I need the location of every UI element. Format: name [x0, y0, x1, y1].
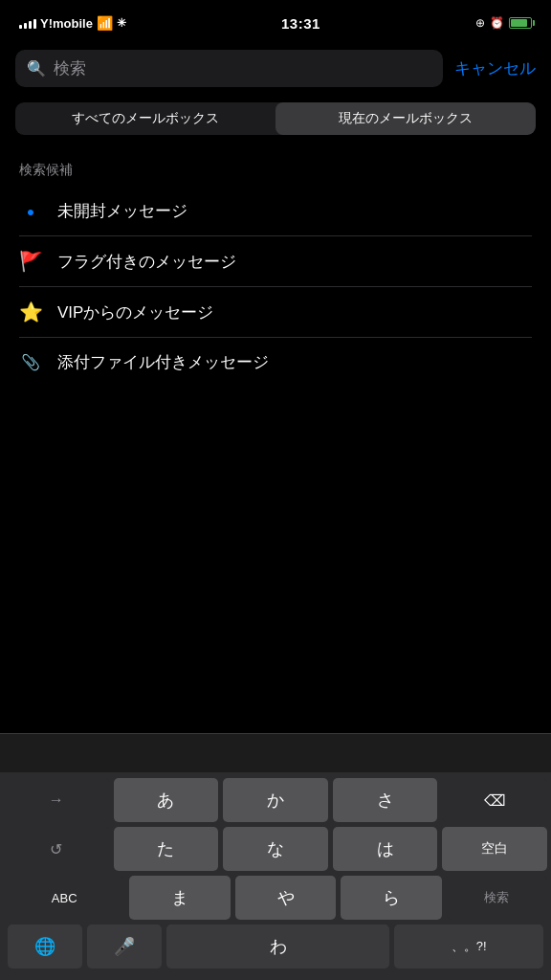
bar3: [29, 21, 32, 29]
keyboard-row-3: ABC ま や ら 検索: [4, 876, 547, 920]
keyboard-rows: → あ か さ ⌫ ↺ た な は 空白 ABC ま や ら 検索 🌐 🎤 わ …: [0, 772, 551, 980]
carrier-label: Y!mobile: [40, 16, 93, 31]
signal-bars: [19, 17, 36, 29]
suggestion-unread[interactable]: ● 未開封メッセージ: [19, 187, 532, 236]
key-ma[interactable]: ま: [129, 876, 230, 920]
bar4: [33, 19, 36, 29]
key-sa[interactable]: さ: [333, 778, 438, 822]
attachment-label: 添付ファイル付きメッセージ: [57, 351, 269, 373]
search-key[interactable]: 検索: [447, 876, 547, 920]
key-a[interactable]: あ: [114, 778, 219, 822]
vip-icon: ⭐: [19, 301, 42, 323]
search-bar-container: 🔍 検索 キャンセル: [0, 42, 551, 95]
battery-icon: [509, 17, 532, 29]
all-mailboxes-button[interactable]: すべてのメールボックス: [15, 102, 276, 135]
keyboard-gap: [0, 734, 551, 772]
bar2: [24, 23, 27, 29]
suggestions-title: 検索候補: [19, 162, 532, 179]
delete-key[interactable]: ⌫: [442, 778, 547, 822]
unread-icon: ●: [19, 204, 42, 219]
key-na[interactable]: な: [223, 827, 328, 871]
suggestion-flagged[interactable]: 🚩 フラグ付きのメッセージ: [19, 236, 532, 287]
arrow-key[interactable]: →: [4, 778, 109, 822]
search-icon: 🔍: [27, 59, 46, 78]
status-time: 13:31: [281, 15, 320, 32]
vip-label: VIPからのメッセージ: [57, 301, 213, 323]
keyboard-wrapper: → あ か さ ⌫ ↺ た な は 空白 ABC ま や ら 検索 🌐 🎤 わ …: [0, 733, 551, 980]
battery-fill: [511, 19, 527, 27]
location-icon: ✳: [117, 16, 126, 30]
suggestion-vip[interactable]: ⭐ VIPからのメッセージ: [19, 287, 532, 338]
status-left: Y!mobile 📶 ✳: [19, 15, 126, 31]
key-ra[interactable]: ら: [341, 876, 441, 920]
globe-key[interactable]: 🌐: [8, 924, 82, 969]
key-ya[interactable]: や: [235, 876, 336, 920]
punctuation-key[interactable]: 、。?!: [394, 924, 543, 969]
flagged-label: フラグ付きのメッセージ: [57, 251, 236, 273]
search-input-wrapper[interactable]: 🔍 検索: [15, 50, 443, 87]
unread-label: 未開封メッセージ: [57, 200, 187, 222]
bar1: [19, 25, 22, 29]
mailbox-toggle: すべてのメールボックス 現在のメールボックス: [15, 102, 536, 135]
suggestion-attachment[interactable]: 📎 添付ファイル付きメッセージ: [19, 338, 532, 387]
keyboard-bottom-row: 🌐 🎤 わ 、。?!: [4, 924, 547, 976]
search-placeholder: 検索: [54, 57, 86, 79]
alarm-icon: ⏰: [490, 16, 504, 30]
suggestions-section: 検索候補 ● 未開封メッセージ 🚩 フラグ付きのメッセージ ⭐ VIPからのメッ…: [0, 150, 551, 392]
status-bar: Y!mobile 📶 ✳ 13:31 ⊕ ⏰: [0, 0, 551, 42]
keyboard-row-2: ↺ た な は 空白: [4, 827, 547, 871]
abc-key[interactable]: ABC: [4, 876, 124, 920]
mic-key[interactable]: 🎤: [87, 924, 162, 969]
key-ka[interactable]: か: [223, 778, 328, 822]
undo-key[interactable]: ↺: [4, 827, 109, 871]
keyboard-row-1: → あ か さ ⌫: [4, 778, 547, 822]
key-wa[interactable]: わ: [166, 924, 390, 969]
wifi-icon: 📶: [97, 15, 113, 31]
key-ta[interactable]: た: [114, 827, 219, 871]
key-ha[interactable]: は: [333, 827, 438, 871]
current-mailbox-button[interactable]: 現在のメールボックス: [276, 102, 536, 135]
attachment-icon: 📎: [19, 353, 42, 371]
flagged-icon: 🚩: [19, 250, 42, 273]
space-key[interactable]: 空白: [442, 827, 547, 871]
cancel-button[interactable]: キャンセル: [454, 57, 536, 79]
gps-icon: ⊕: [475, 16, 485, 30]
status-right: ⊕ ⏰: [475, 16, 532, 30]
